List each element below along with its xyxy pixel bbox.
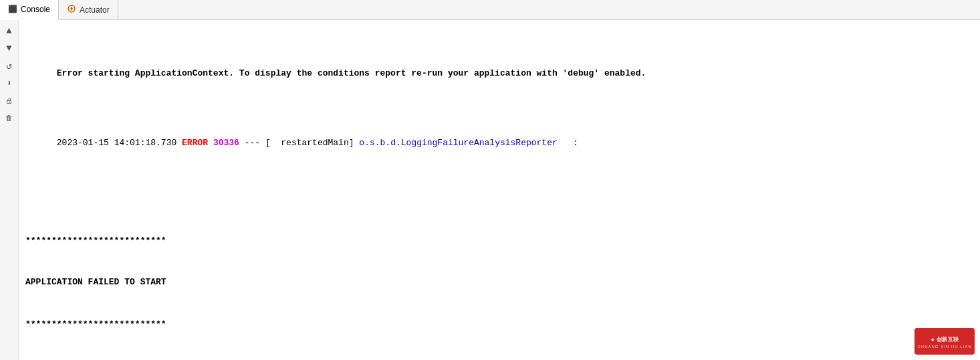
tab-console[interactable]: ⬛ Console [0, 0, 59, 20]
line-2: 2023-01-15 14:01:18.730 ERROR 30336 --- … [25, 123, 973, 165]
print-button[interactable]: 🖨 [3, 94, 16, 107]
refresh-button[interactable]: ↺ [3, 59, 16, 72]
watermark-logo-icon: ✦ [930, 335, 935, 345]
line-empty-1 [25, 193, 973, 207]
clear-button[interactable]: 🗑 [3, 111, 16, 124]
tab-actuator[interactable]: Actuator [59, 0, 118, 20]
line-1: Error starting ApplicationContext. To di… [25, 54, 973, 95]
actuator-icon [67, 4, 76, 15]
watermark: ✦ 创新互联 CHUANG XIN HU LIAN [914, 328, 975, 355]
console-icon: ⬛ [8, 5, 17, 13]
line-stars-2: *************************** [25, 318, 973, 332]
watermark-subtitle: CHUANG XIN HU LIAN [917, 345, 971, 349]
console-content[interactable]: Error starting ApplicationContext. To di… [19, 20, 980, 360]
watermark-brand: 创新互联 [937, 336, 959, 343]
tab-bar: ⬛ Console Actuator [0, 0, 980, 20]
watermark-top: ✦ 创新互联 [930, 335, 959, 345]
tab-actuator-label: Actuator [80, 5, 110, 15]
left-toolbar: ▲ ▼ ↺ ⬇ 🖨 🗑 [0, 20, 19, 360]
tab-console-label: Console [21, 5, 50, 14]
main-layout: ▲ ▼ ↺ ⬇ 🖨 🗑 Error starting ApplicationCo… [0, 20, 980, 360]
scroll-down-button[interactable]: ▼ [3, 41, 16, 55]
download-button[interactable]: ⬇ [3, 76, 16, 90]
scroll-up-button[interactable]: ▲ [3, 24, 16, 37]
line-app-failed: APPLICATION FAILED TO START [25, 276, 973, 290]
line-stars-1: *************************** [25, 234, 973, 248]
